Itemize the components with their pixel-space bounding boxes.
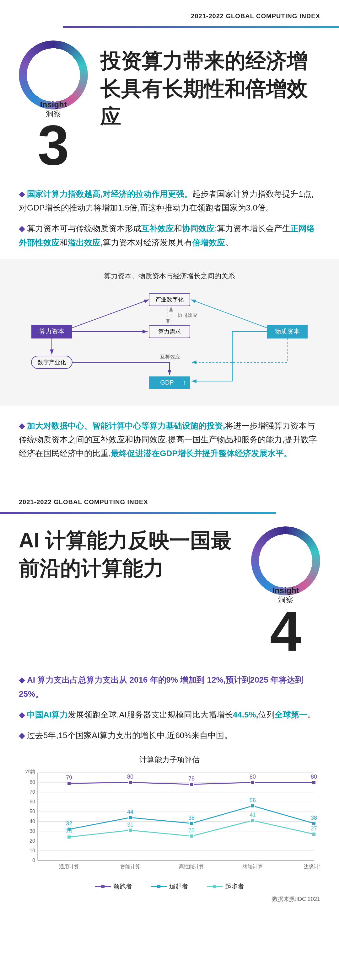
insight4-p1: ◆AI 算力支出占总算力支出从 2016 年的9% 增加到 12%,预计到202…	[19, 673, 320, 700]
node-compute: 算力资本	[39, 328, 64, 335]
insight3-badge-wrap: Insight 洞察 3	[19, 40, 88, 178]
node-industry: 产业数字化	[155, 296, 184, 303]
edge-synergy: 协同效应	[177, 312, 197, 318]
svg-rect-49	[312, 781, 316, 784]
insight4-number: 4	[251, 598, 320, 663]
page-header-insight4: 2021-2022 GLOBAL COMPUTING INDEX	[0, 486, 339, 512]
legend-swatch-starter	[207, 886, 223, 887]
legend-label-leader: 领跑者	[113, 882, 132, 891]
legend-chaser: 追赶者	[151, 882, 188, 891]
bullet-icon: ◆	[19, 730, 25, 740]
node-gdp: GDP	[160, 379, 173, 386]
insight4-badge-wrap: Insight 洞察 4	[251, 527, 320, 663]
insight3-badge-label: Insight 洞察	[40, 99, 67, 119]
insight3-block: Insight 洞察 3 投资算力带来的经济增长具有长期性和倍增效应	[19, 40, 320, 178]
svg-text:78: 78	[188, 775, 195, 782]
svg-text:31: 31	[127, 822, 134, 828]
svg-rect-65	[189, 834, 193, 838]
header-rule-insight3	[63, 26, 339, 28]
insight3-p3: ◆加大对数据中心、智能计算中心等算力基础设施的投资,将进一步增强算力资本与传统物…	[19, 419, 320, 460]
insight4-badge-ring	[251, 527, 320, 595]
svg-rect-45	[189, 783, 193, 786]
svg-text:80: 80	[250, 773, 256, 780]
insight3-p2: ◆算力资本可与传统物质资本形成互补效应和协同效应;算力资本增长会产生正网络外部性…	[19, 221, 320, 249]
svg-rect-59	[312, 822, 316, 825]
svg-text:38: 38	[188, 815, 195, 821]
svg-rect-53	[128, 816, 132, 819]
svg-text:20: 20	[30, 838, 35, 843]
bullet-icon: ◆	[19, 421, 25, 430]
svg-rect-67	[251, 819, 255, 822]
svg-text:60: 60	[30, 799, 35, 804]
insight4-badge-label: Insight 洞察	[272, 585, 299, 605]
relationship-diagram: 算力资本、物质资本与经济增长之间的关系 算力资本 物质资本 产业数字化 算力需求…	[0, 259, 339, 406]
bullet-icon: ◆	[19, 189, 25, 199]
edge-complementary: 互补效应	[160, 354, 180, 360]
insight4-p2: ◆中国AI算力发展领跑全球,AI服务器支出规模同比大幅增长44.5%,位列全球第…	[19, 708, 320, 722]
svg-text:评分: 评分	[25, 770, 35, 773]
insight3-label-cn: 洞察	[40, 108, 67, 119]
svg-text:79: 79	[66, 775, 72, 781]
svg-text:70: 70	[30, 789, 35, 795]
node-material: 物质资本	[275, 328, 300, 335]
chart-legend: 领跑者 追赶者 起步者	[19, 882, 320, 891]
insight4-label-cn: 洞察	[272, 595, 299, 605]
svg-text:边缘计算: 边缘计算	[304, 864, 320, 869]
legend-leader: 领跑者	[95, 882, 132, 891]
svg-text:80: 80	[30, 780, 35, 785]
header-rule-insight4	[0, 512, 276, 514]
insight4-p3-text: 过去5年,15个国家AI算力支出的增长中,近60%来自中国。	[27, 730, 232, 740]
svg-text:0: 0	[32, 858, 35, 863]
svg-text:高性能计算: 高性能计算	[179, 864, 204, 869]
svg-text:27: 27	[311, 825, 317, 832]
svg-text:24: 24	[66, 828, 72, 834]
diagram-svg: 算力资本 物质资本 产业数字化 算力需求 数字产业化 GDP ↑ 协同效应 互补…	[25, 290, 314, 391]
legend-swatch-chaser	[151, 886, 167, 887]
insight3-title: 投资算力带来的经济增长具有长期性和倍增效应	[100, 47, 320, 130]
svg-rect-47	[251, 781, 255, 784]
svg-text:25: 25	[188, 827, 195, 834]
svg-text:终端计算: 终端计算	[243, 864, 263, 869]
chart-source: 数据来源:IDC 2021	[19, 895, 320, 903]
svg-rect-57	[251, 804, 255, 808]
insight4-p3: ◆过去5年,15个国家AI算力支出的增长中,近60%来自中国。	[19, 729, 320, 742]
svg-text:80: 80	[311, 773, 317, 780]
svg-text:40: 40	[30, 819, 35, 824]
legend-swatch-leader	[95, 886, 111, 887]
bullet-icon: ◆	[19, 710, 25, 719]
svg-text:80: 80	[127, 773, 134, 780]
insight4-body: ◆AI 算力支出占总算力支出从 2016 年的9% 增加到 12%,预计到202…	[19, 673, 320, 742]
svg-rect-63	[128, 829, 132, 832]
legend-label-chaser: 追赶者	[169, 882, 188, 891]
insight3-body: ◆国家计算力指数越高,对经济的拉动作用更强。起步者国家计算力指数每提升1点,对G…	[19, 187, 320, 250]
svg-rect-41	[67, 781, 71, 785]
insight4-p1-hl: AI 算力支出占总算力支出从 2016 年的9% 增加到 12%,预计到2025…	[19, 675, 303, 698]
insight4-block: AI 计算能力反映一国最前沿的计算能力 Insight 洞察 4	[19, 527, 320, 663]
svg-text:50: 50	[30, 809, 35, 815]
subitem-chart: 计算能力子项评估 0102030405060708090评分通用计算智能计算高性…	[19, 755, 320, 891]
svg-rect-43	[128, 781, 132, 784]
insight4-label-en: Insight	[272, 585, 299, 595]
insight4-title: AI 计算能力反映一国最前沿的计算能力	[19, 527, 239, 582]
node-demand: 算力需求	[158, 328, 181, 335]
svg-text:41: 41	[250, 812, 256, 818]
svg-text:↑: ↑	[183, 379, 186, 386]
svg-text:32: 32	[66, 821, 72, 827]
insight3-p1: ◆国家计算力指数越高,对经济的拉动作用更强。起步者国家计算力指数每提升1点,对G…	[19, 187, 320, 215]
svg-rect-55	[189, 822, 193, 825]
page-header-insight3: 2021-2022 GLOBAL COMPUTING INDEX	[0, 0, 339, 26]
svg-text:44: 44	[127, 809, 134, 815]
svg-rect-69	[312, 832, 316, 836]
bullet-icon: ◆	[19, 675, 25, 684]
svg-text:智能计算: 智能计算	[120, 864, 140, 869]
chart-svg: 0102030405060708090评分通用计算智能计算高性能计算终端计算边缘…	[19, 770, 320, 876]
chart-title: 计算能力子项评估	[19, 755, 320, 765]
svg-text:10: 10	[30, 848, 35, 853]
legend-starter: 起步者	[207, 882, 244, 891]
node-digital: 数字产业化	[38, 359, 66, 366]
diagram-title: 算力资本、物质资本与经济增长之间的关系	[19, 271, 320, 281]
insight3-body2: ◆加大对数据中心、智能计算中心等算力基础设施的投资,将进一步增强算力资本与传统物…	[19, 419, 320, 460]
svg-text:56: 56	[250, 797, 256, 803]
insight3-number: 3	[19, 113, 88, 178]
svg-text:38: 38	[311, 815, 317, 821]
